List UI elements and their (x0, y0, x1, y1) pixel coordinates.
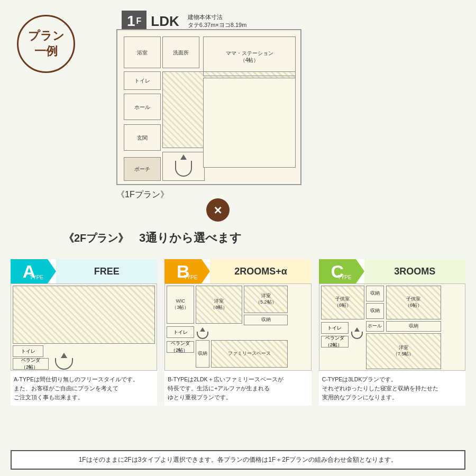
b-storage2: 収納 (196, 340, 209, 368)
type-name-box-c: 3ROOMS (364, 259, 465, 283)
floor-ldk: LDK (151, 13, 179, 30)
type-card-a: A TYPE FREE トイレ ベランダ（2帖） A-TYPEは間仕切り無しのフ… (11, 259, 157, 406)
chooseable-label: 3通りから選べます (139, 231, 242, 244)
type-arrow-a (48, 259, 56, 283)
c-child2: 子供室（6帖） (386, 286, 441, 319)
room-porch: ポーチ (124, 157, 161, 181)
b-family: ファミリースペース (211, 340, 288, 368)
type-header-a: A TYPE FREE (11, 259, 157, 283)
floor-number: 1F (122, 11, 147, 32)
b-wic: WIC（3帖） (167, 286, 194, 324)
type-name-box-a: FREE (56, 259, 157, 283)
room-genkan: 玄関 (124, 124, 161, 151)
b-stair (195, 327, 210, 339)
floor1-header: 1F LDK 建物本体寸法 タテ6.37m×ヨコ8.19m (122, 11, 246, 32)
c-storage1: 収納 (366, 286, 384, 301)
type-header-c: C TYPE 3ROOMS (319, 259, 465, 283)
c-storage2: 収納 (366, 303, 384, 319)
type-name-box-b: 2ROOMS+α (210, 259, 311, 283)
c-stair (350, 327, 364, 339)
room-mama: ママ・ステーション （4帖） (203, 36, 296, 76)
a-veranda: ベランダ（2帖） (13, 358, 49, 370)
plan-box-c: 子供室（6帖） 収納 子供室（6帖） 収納 収納 トイレ ホール 洋室（7.5帖… (319, 283, 465, 371)
plan-label: プラン (28, 29, 65, 44)
type-letter-box-a: A TYPE (11, 259, 48, 283)
room-wash: 洗面所 (162, 36, 199, 68)
a-main-room (13, 286, 155, 344)
plan-circle: プラン 一例 (17, 15, 75, 73)
types-container: A TYPE FREE トイレ ベランダ（2帖） A-TYPEは間仕切り無しのフ… (11, 259, 465, 406)
c-child1: 子供室（6帖） (321, 286, 364, 319)
bottom-notice: 1Fはそのままに2Fは3タイプより選択できます。各プランの価格は1F＋2Fプラン… (11, 450, 465, 470)
plan-box-a: トイレ ベランダ（2帖） (11, 283, 157, 371)
floor1-plan: 浴室 洗面所 ママ・ステーション （4帖） トイレ ホール L・D・K （15.… (116, 29, 301, 185)
plan-label2: 一例 (34, 44, 58, 59)
floor2-label: 《2Fプラン》 3通りから選べます (63, 230, 242, 246)
right-ext (203, 78, 296, 168)
room-hall: ホール (124, 94, 161, 120)
type-arrow-c (356, 259, 364, 283)
stairs-area (162, 152, 205, 181)
b-toilet: トイレ (167, 326, 194, 338)
multiply-sign: × (206, 198, 230, 222)
type-card-c: C TYPE 3ROOMS 子供室（6帖） 収納 子供室（6帖） 収納 収納 ト… (319, 259, 465, 406)
b-youshitsu1: 洋室（8帖） (196, 286, 242, 324)
floor-size: 建物本体寸法 タテ6.37m×ヨコ8.19m (188, 13, 247, 30)
a-toilet: トイレ (13, 345, 43, 357)
type-desc-b: B-TYPEは2LDK＋広いファミリースペースが 特長です。生活に+アルファが生… (164, 371, 311, 406)
type-arrow-b (202, 259, 210, 283)
type-letter-box-b: B TYPE (164, 259, 202, 283)
c-hall: ホール (366, 321, 384, 332)
b-storage1: 収納 (244, 315, 288, 325)
plan-box-b: WIC（3帖） 洋室（8帖） 洋室（5.2帖） 収納 トイレ ファミリースペース… (164, 283, 311, 371)
type-card-b: B TYPE 2ROOMS+α WIC（3帖） 洋室（8帖） 洋室（5.2帖） … (164, 259, 311, 406)
c-youshitsu: 洋室（7.5帖） (366, 333, 441, 369)
type-desc-a: A-TYPEは間仕切り無しのフリースタイルです。 また、お客様がご自由にプランを… (11, 371, 157, 406)
type-letter-box-c: C TYPE (319, 259, 356, 283)
room-bath: 浴室 (124, 36, 161, 68)
plan1f-label: 《1Fプラン》 (116, 189, 169, 200)
c-storage3: 収納 (386, 321, 441, 332)
a-stair (51, 353, 77, 370)
type-desc-c: C-TYPEは3LDKプランです。 それぞれゆったりした寝室と収納を持たせた 実… (319, 371, 465, 406)
c-veranda: ベランダ（2帖） (321, 336, 349, 347)
c-toilet: トイレ (321, 322, 349, 334)
b-veranda: ベランダ（2帖） (167, 341, 194, 353)
room-toilet: トイレ (124, 71, 161, 90)
type-header-b: B TYPE 2ROOMS+α (164, 259, 311, 283)
b-youshitsu2: 洋室（5.2帖） (244, 286, 288, 313)
